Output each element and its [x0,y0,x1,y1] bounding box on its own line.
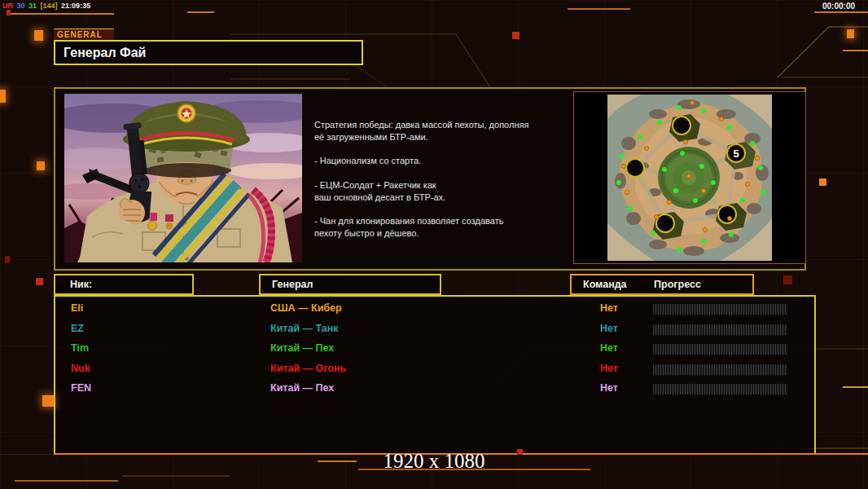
table-row: EZ Китай — Танк Нет [55,319,814,340]
game-timer: 00:00:00 [822,2,855,11]
general-portrait [64,94,302,262]
resolution-label: 1920 x 1080 [0,450,868,473]
decor-square [512,32,519,39]
decor-square [847,29,854,38]
player-team: Нет [600,382,618,394]
header-team-label: Команда [583,279,627,290]
stat-value: 30 [17,2,25,10]
player-progress-bar [653,324,787,336]
start-position-number: 5 [733,148,739,160]
player-progress-bar [653,344,787,355]
decor-square [37,161,45,170]
table-row: Nuk Китай — Огонь Нет [55,359,814,380]
player-general: Китай — Пех [270,342,334,354]
table-row: Eli США — Кибер Нет [55,299,814,319]
header-team-progress: Команда Прогресс [570,274,754,295]
decor-square [36,278,43,285]
stat-label: UR [2,2,13,10]
decor-square [5,256,10,263]
stat-clock: 21:09:35 [61,2,90,10]
player-nick: Nuk [71,363,90,374]
player-nick: Tim [71,342,89,354]
header-progress-label: Прогресс [654,279,701,290]
player-progress-bar [653,304,787,315]
player-team: Нет [600,323,618,334]
player-progress-bar [653,364,787,376]
player-nick: FEN [71,382,91,394]
player-progress-bar [653,384,787,395]
decor-square [783,275,792,284]
map-image: 5 [607,95,772,261]
general-strategy-text: Стратегия победы: давка массой пехоты, д… [314,119,571,240]
player-general: Китай — Танк [270,323,339,334]
table-row: FEN Китай — Пех Нет [55,379,814,399]
header-general: Генерал [259,274,441,295]
player-team: Нет [600,302,618,314]
player-nick: EZ [71,323,84,334]
player-general: Китай — Огонь [270,363,346,374]
player-team: Нет [600,342,618,354]
decor-square [7,10,11,15]
decor-square [42,395,54,407]
stat-value: [144] [41,2,58,10]
player-nick: Eli [71,302,83,314]
header-nick: Ник: [54,274,194,295]
decor-square [34,30,43,41]
table-row: Tim Китай — Пех Нет [55,339,814,359]
player-general: Китай — Пех [270,382,334,394]
general-title: Генерал Фай [54,40,363,65]
player-team: Нет [600,363,618,374]
tab-general[interactable]: GENERAL [54,29,114,40]
player-general: США — Кибер [270,302,342,314]
decor-square [0,90,6,103]
stat-value: 31 [28,2,37,10]
players-list: Eli США — Кибер Нет EZ Китай — Танк Нет … [54,295,816,455]
map-preview: 5 [573,91,806,264]
decor-square [517,449,523,455]
decor-square [819,178,826,186]
network-stats: UR 30 31 [144] 21:09:35 [2,2,92,10]
